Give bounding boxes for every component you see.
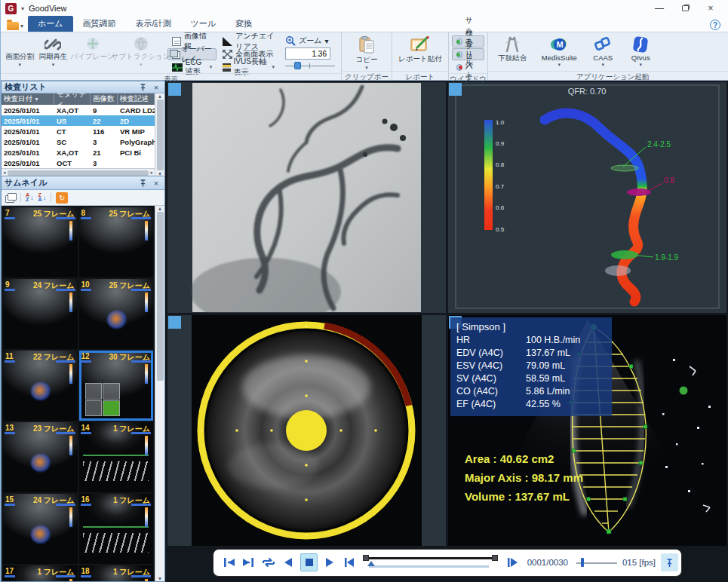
- step-back-button[interactable]: [342, 554, 357, 571]
- lower-limb-icon: [503, 36, 521, 53]
- sync-play-button[interactable]: 同期再生▾: [37, 35, 69, 71]
- frame-counter: 0001/0030: [524, 558, 571, 567]
- folder-icon: [7, 22, 19, 30]
- leg-join-button[interactable]: 下肢結合: [491, 35, 533, 71]
- close-icon[interactable]: ×: [151, 82, 161, 93]
- ivus-image: [167, 315, 446, 546]
- fps-slider-handle[interactable]: [581, 558, 584, 567]
- vertical-scrollbar[interactable]: ▲▼: [155, 93, 164, 176]
- close-icon[interactable]: ×: [151, 178, 161, 188]
- exam-row[interactable]: 2025/01/01XA,OT9CARD LD2018: [2, 105, 155, 115]
- skip-to-start-button[interactable]: [223, 554, 237, 571]
- thumbnail-8[interactable]: 825 フレーム: [79, 207, 154, 277]
- thumbnail-11[interactable]: 1122 フレーム: [3, 351, 78, 421]
- sort-descending-icon[interactable]: ZA↓: [38, 191, 47, 204]
- viewport-angiography[interactable]: [167, 82, 446, 313]
- thumbnail-16[interactable]: 161 フレーム: [79, 494, 154, 564]
- fps-slider[interactable]: [576, 557, 617, 568]
- qfr-value-label: QFR: 0.70: [568, 87, 607, 96]
- exam-row[interactable]: 2025/01/01CT116VR MIP: [2, 126, 155, 136]
- exam-row[interactable]: 2025/01/01OCT3: [2, 158, 155, 168]
- minimize-button[interactable]: —: [647, 1, 672, 16]
- copy-button[interactable]: コピー▾: [345, 35, 389, 71]
- skip-to-end-button[interactable]: [241, 554, 256, 571]
- tab-home[interactable]: ホーム: [28, 16, 73, 32]
- image-info-icon: [172, 37, 181, 46]
- exam-list-header[interactable]: 検査日付▼ モダリティ 画像数 検査記述: [2, 93, 155, 105]
- layout-icon[interactable]: [5, 193, 16, 202]
- refresh-icon[interactable]: ↻: [56, 192, 68, 204]
- file-menu-button[interactable]: ▾: [5, 22, 28, 32]
- property-toggle-button[interactable]: プロパティ: [452, 61, 484, 73]
- thumbnail-14[interactable]: 141 フレーム: [79, 422, 154, 492]
- toggle-off-icon: [456, 64, 462, 71]
- sort-ascending-icon[interactable]: AZ↓: [26, 191, 34, 204]
- tab-tools[interactable]: ツール: [181, 16, 226, 32]
- marker-dot: [680, 387, 688, 395]
- exam-row-selected[interactable]: 2025/01/01US222D: [2, 115, 155, 126]
- play-reverse-button[interactable]: [281, 554, 296, 571]
- clipboard-icon: [358, 36, 375, 54]
- svg-text:0.5: 0.5: [496, 226, 505, 233]
- frame-slider[interactable]: [361, 554, 499, 571]
- playbar-pin-button[interactable]: [661, 553, 677, 571]
- medis-suite-button[interactable]: M MedisSuite▾: [535, 35, 583, 71]
- qivus-icon: [631, 36, 650, 53]
- ecg-wave-button[interactable]: ECG波形▾: [167, 61, 217, 73]
- link-icon: [45, 36, 61, 51]
- close-button[interactable]: ×: [698, 1, 723, 16]
- screen-split-button[interactable]: 画面分割▾: [4, 35, 35, 71]
- zoom-slider-handle[interactable]: [294, 62, 301, 69]
- range-handle-end[interactable]: [492, 555, 498, 561]
- thumbnail-7[interactable]: 725 フレーム: [3, 207, 78, 277]
- thumbnail-panel: サムネイル × AZ↓ ZA↓ ↻ 725 フレーム: [1, 176, 165, 582]
- antialias-button[interactable]: アンチエイリアス: [218, 35, 279, 47]
- thumbnail-15[interactable]: 1524 フレーム: [3, 494, 78, 564]
- ivus-long-axis-button[interactable]: IVUS長軸表示▾: [218, 61, 279, 73]
- range-handle-start[interactable]: [363, 555, 369, 561]
- pin-icon[interactable]: [137, 178, 148, 188]
- zoom-dropdown-button[interactable]: ズーム▾: [285, 35, 335, 46]
- playhead-marker[interactable]: [367, 561, 375, 566]
- viewport-qfr[interactable]: QFR: 0.70 1.0 0.9 0.8 0.7 0.6 0.5: [448, 82, 726, 313]
- ecg-wave-icon: [172, 63, 183, 72]
- report-paste-button[interactable]: レポート貼付: [395, 35, 445, 71]
- help-icon[interactable]: ?: [710, 20, 720, 30]
- pin-icon[interactable]: [137, 82, 148, 93]
- zoom-slider[interactable]: [285, 61, 335, 70]
- group-label-apps: アプリケーション起動: [488, 71, 728, 81]
- tab-convert[interactable]: 変換: [226, 16, 262, 32]
- viewport-ivus[interactable]: [167, 315, 446, 546]
- step-forward-button[interactable]: [505, 554, 519, 571]
- exam-row[interactable]: 2025/01/01XA,OT21PCI Bi: [2, 147, 155, 158]
- thumbnail-scrollbar[interactable]: ▲▼: [155, 206, 164, 581]
- maximize-button[interactable]: [672, 1, 698, 16]
- tab-display-measure[interactable]: 表示/計測: [126, 16, 181, 32]
- zoom-value-input[interactable]: [285, 47, 330, 60]
- stop-button[interactable]: [300, 553, 318, 571]
- qivus-button[interactable]: QIvus▾: [622, 35, 659, 71]
- group-label-clipboard: クリップボード: [342, 71, 392, 81]
- loop-button[interactable]: [261, 554, 276, 571]
- app-logo-icon: G: [5, 3, 17, 14]
- thumbnail-9[interactable]: 924 フレーム: [3, 279, 78, 349]
- svg-text:0.6: 0.6: [496, 204, 505, 211]
- svg-text:0.7: 0.7: [496, 183, 505, 190]
- play-button[interactable]: [323, 554, 337, 571]
- viewport-echo[interactable]: [ Simpson ] HR100 H.B./min EDV (A4C)137.…: [448, 315, 726, 546]
- thumbnail-17[interactable]: 171 フレーム: [3, 565, 78, 581]
- thumbnail-18[interactable]: 181 フレーム: [79, 565, 154, 581]
- exam-row[interactable]: 2025/01/01SC3PolyGraph NH: [2, 136, 155, 147]
- playback-bar: 0001/0030 015 [fps]: [213, 549, 682, 577]
- caas-button[interactable]: CAAS▾: [585, 35, 621, 71]
- thumbnail-10[interactable]: 1025 フレーム: [79, 279, 154, 349]
- sort-icon: ▼: [34, 96, 39, 102]
- thumbnail-13[interactable]: 1323 フレーム: [3, 422, 78, 492]
- svg-text:1.0: 1.0: [496, 119, 505, 126]
- thumbnail-12-selected[interactable]: 1230 フレーム: [79, 351, 154, 421]
- qfr-annotation-value: 0.8: [664, 176, 674, 185]
- tab-image-quality[interactable]: 画質調節: [73, 16, 126, 32]
- quick-access-caret-icon[interactable]: ▾: [21, 5, 24, 12]
- svg-text:0.8: 0.8: [496, 161, 505, 168]
- biplane-button: バイプレーン: [71, 35, 115, 71]
